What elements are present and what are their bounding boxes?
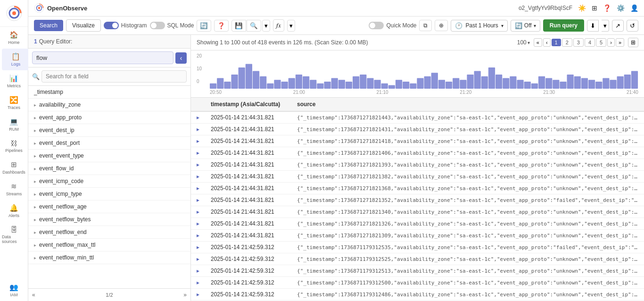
refresh-label: Off bbox=[524, 22, 532, 29]
filter-btn[interactable]: ⧉ bbox=[419, 20, 432, 31]
expand-row-btn[interactable]: ▸ bbox=[195, 150, 201, 156]
histogram-toggle[interactable]: Histogram bbox=[104, 22, 147, 29]
page-size-selector[interactable]: 100 ▾ bbox=[517, 39, 530, 46]
visualize-button[interactable]: Visualize bbox=[66, 19, 101, 32]
time-selector[interactable]: 🕐 Past 1 Hours ▾ bbox=[451, 20, 507, 32]
sidebar-item-alerts[interactable]: 🔔 Alerts bbox=[0, 200, 28, 222]
expand-row-btn[interactable]: ▸ bbox=[195, 114, 201, 121]
help-icon[interactable]: ❓ bbox=[603, 4, 611, 12]
page-1-btn[interactable]: 1 bbox=[552, 39, 561, 46]
timestamp-cell: 2025-01-14 21:42:59.312 bbox=[205, 265, 291, 277]
page-2-btn[interactable]: 2 bbox=[562, 38, 572, 47]
expand-row-btn[interactable]: ▸ bbox=[195, 197, 201, 203]
svg-rect-39 bbox=[446, 82, 452, 89]
expand-row-btn[interactable]: ▸ bbox=[195, 256, 201, 262]
expand-row-btn[interactable]: ▸ bbox=[195, 268, 201, 274]
field-arrow: ▸ bbox=[34, 102, 36, 108]
prev-page-btn[interactable]: « bbox=[32, 292, 35, 298]
expand-row-btn[interactable]: ▸ bbox=[195, 126, 201, 133]
field-item-event-dest-ip[interactable]: ▸ event_dest_ip bbox=[28, 124, 190, 137]
function-btn[interactable]: 𝑓𝑥 bbox=[273, 19, 284, 32]
save-btn[interactable]: 💾 bbox=[231, 20, 246, 32]
help-btn[interactable]: ❓ bbox=[214, 20, 229, 32]
history-btn[interactable]: ↺ bbox=[627, 20, 638, 32]
search-button[interactable]: Search bbox=[34, 20, 63, 31]
col-timestamp[interactable]: timestamp (Asia/Calcutta) bbox=[205, 98, 291, 111]
expand-row-btn[interactable]: ▸ bbox=[195, 161, 201, 168]
sidebar-item-iam[interactable]: 👥 IAM bbox=[0, 279, 28, 301]
field-item-event-netflow-end[interactable]: ▸ event_netflow_end bbox=[28, 226, 190, 239]
y-label-10: 10 bbox=[197, 66, 202, 71]
sql-mode-toggle[interactable]: SQL Mode bbox=[150, 22, 194, 29]
next-results-btn[interactable]: › bbox=[607, 38, 615, 47]
expand-row-btn[interactable]: ▸ bbox=[195, 244, 201, 251]
field-item-event-netflow-bytes[interactable]: ▸ event_netflow_bytes bbox=[28, 213, 190, 226]
collapse-panel-btn[interactable]: ‹ bbox=[175, 52, 187, 64]
field-arrow: ▸ bbox=[34, 166, 36, 171]
sidebar-item-rum[interactable]: 💻 RUM bbox=[0, 114, 28, 135]
query-input[interactable] bbox=[32, 51, 173, 64]
svg-rect-28 bbox=[367, 78, 373, 89]
field-item-event-flow-id[interactable]: ▸ event_flow_id bbox=[28, 162, 190, 175]
field-item-event-icmp-code[interactable]: ▸ event_icmp_code bbox=[28, 175, 190, 188]
dropdown-saved-btn[interactable]: ▾ bbox=[262, 20, 270, 32]
col-source[interactable]: source bbox=[291, 98, 644, 111]
sidebar-item-streams[interactable]: ≋ Streams bbox=[0, 178, 28, 200]
sidebar-item-home[interactable]: 🏠 Home bbox=[0, 27, 28, 49]
prev-results-btn[interactable]: ‹ bbox=[543, 38, 551, 47]
sidebar-item-pipelines[interactable]: ⛓ Pipelines bbox=[0, 135, 28, 157]
download-dropdown-btn[interactable]: ▾ bbox=[602, 20, 609, 32]
field-item-timestamp[interactable]: _timestamp bbox=[28, 86, 190, 99]
refresh-dropdown-icon: ▾ bbox=[534, 23, 536, 28]
sidebar-item-datasources[interactable]: 🗄 Data sources bbox=[0, 222, 28, 248]
expand-row-btn[interactable]: ▸ bbox=[195, 279, 201, 286]
field-item-event-netflow-min-ttl[interactable]: ▸ event_netflow_min_ttl bbox=[28, 251, 190, 264]
expand-row-btn[interactable]: ▸ bbox=[195, 138, 201, 144]
svg-rect-50 bbox=[524, 82, 531, 89]
refresh-query-btn[interactable]: 🔄 bbox=[197, 20, 211, 32]
sidebar-item-metrics[interactable]: 📊 Metrics bbox=[0, 70, 28, 92]
function-dropdown-btn[interactable]: ▾ bbox=[287, 20, 295, 32]
expand-row-btn[interactable]: ▸ bbox=[195, 291, 201, 298]
sidebar-item-traces[interactable]: 🔀 Traces bbox=[0, 92, 28, 114]
field-item-event-app-proto[interactable]: ▸ event_app_proto bbox=[28, 111, 190, 124]
refresh-selector[interactable]: 🔄 Off ▾ bbox=[511, 20, 540, 32]
per-page-dropdown[interactable]: ▾ bbox=[528, 40, 530, 45]
field-item-availability-zone[interactable]: ▸ availability_zone bbox=[28, 99, 190, 111]
run-query-button[interactable]: Run query bbox=[543, 19, 584, 32]
field-item-event-netflow-age[interactable]: ▸ event_netflow_age bbox=[28, 201, 190, 213]
logo[interactable] bbox=[0, 0, 28, 27]
next-page-btn[interactable]: » bbox=[183, 292, 187, 298]
settings-icon[interactable]: ⚙️ bbox=[617, 4, 625, 12]
expand-row-btn[interactable]: ▸ bbox=[195, 185, 201, 192]
user-icon[interactable]: 👤 bbox=[630, 4, 638, 12]
page-3-btn[interactable]: 3 bbox=[573, 38, 584, 47]
expand-row-btn[interactable]: ▸ bbox=[195, 220, 201, 227]
field-item-event-event-type[interactable]: ▸ event_event_type bbox=[28, 150, 190, 162]
field-item-event-icmp-type[interactable]: ▸ event_icmp_type bbox=[28, 188, 190, 201]
first-page-btn[interactable]: « bbox=[534, 38, 542, 47]
share-btn[interactable]: ↗ bbox=[612, 20, 624, 32]
field-arrow: ▸ bbox=[34, 242, 36, 248]
search-field-input[interactable] bbox=[41, 70, 187, 83]
expand-results-btn[interactable]: ⊞ bbox=[628, 38, 638, 47]
sidebar-item-logs[interactable]: 📋 Logs bbox=[2, 49, 30, 70]
field-item-event-netflow-max-ttl[interactable]: ▸ event_netflow_max_ttl bbox=[28, 239, 190, 251]
page-5-btn[interactable]: 5 bbox=[596, 38, 606, 47]
formula-btn[interactable]: ⊕ bbox=[435, 20, 448, 31]
svg-rect-29 bbox=[374, 80, 380, 89]
page-4-btn[interactable]: 4 bbox=[585, 38, 595, 47]
sidebar-item-dashboards[interactable]: ⊞ Dashboards bbox=[0, 157, 28, 178]
expand-row-btn[interactable]: ▸ bbox=[195, 209, 201, 215]
svg-rect-63 bbox=[617, 76, 624, 89]
sun-icon[interactable]: ☀️ bbox=[578, 4, 586, 12]
grid-icon[interactable]: ⊞ bbox=[592, 4, 597, 12]
expand-row-btn[interactable]: ▸ bbox=[195, 232, 201, 239]
download-btn[interactable]: ⬇ bbox=[587, 20, 599, 32]
source-cell: {"_timestamp":1736871271821443,"availabi… bbox=[291, 111, 644, 124]
last-page-btn[interactable]: » bbox=[616, 38, 624, 47]
field-item-event-dest-port[interactable]: ▸ event_dest_port bbox=[28, 137, 190, 150]
quick-mode-toggle[interactable]: Quick Mode bbox=[369, 22, 416, 29]
search-saved-btn[interactable]: 🔍 bbox=[247, 20, 261, 32]
expand-row-btn[interactable]: ▸ bbox=[195, 173, 201, 180]
